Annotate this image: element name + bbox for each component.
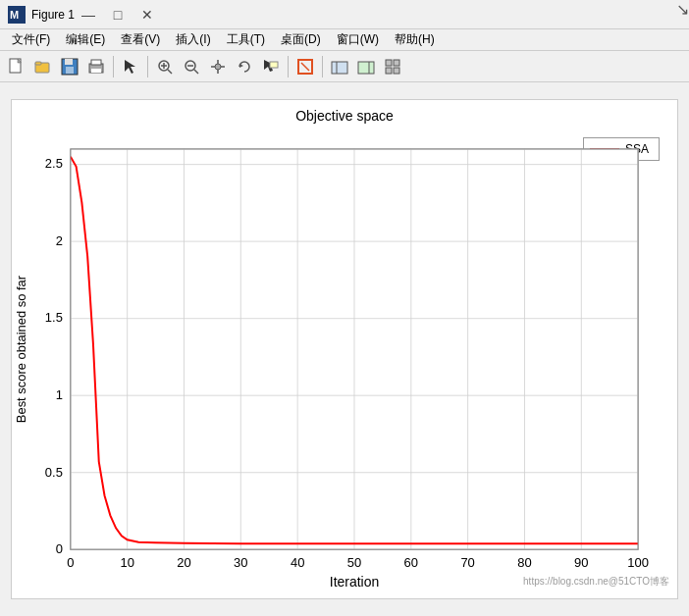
svg-text:40: 40 [291, 555, 304, 570]
sep1 [113, 56, 114, 77]
menu-bar: 文件(F) 编辑(E) 查看(V) 插入(I) 工具(T) 桌面(D) 窗口(W… [0, 29, 689, 51]
menu-file[interactable]: 文件(F) [4, 29, 58, 50]
new-button[interactable] [4, 54, 29, 79]
sep2 [147, 56, 148, 77]
menu-insert[interactable]: 插入(I) [168, 29, 218, 50]
svg-text:100: 100 [627, 555, 649, 570]
svg-text:2: 2 [56, 233, 63, 248]
datacursor-button[interactable] [258, 54, 284, 79]
menu-window[interactable]: 窗口(W) [329, 29, 387, 50]
corner-arrow: ↘ [676, 0, 689, 19]
svg-rect-29 [386, 60, 392, 66]
svg-rect-4 [35, 62, 41, 65]
svg-text:2.5: 2.5 [45, 156, 63, 171]
chart-svg: 2.5 2 1.5 1 0.5 0 0 10 20 30 40 50 60 70… [12, 129, 677, 598]
svg-rect-22 [270, 62, 278, 68]
svg-text:10: 10 [120, 555, 133, 570]
chart-title: Objective space [12, 100, 677, 124]
svg-rect-25 [332, 62, 347, 74]
svg-rect-32 [394, 68, 399, 74]
menu-desktop[interactable]: 桌面(D) [273, 29, 329, 50]
minimize-button[interactable]: — [75, 5, 102, 25]
svg-text:70: 70 [460, 555, 474, 570]
print-button[interactable] [83, 54, 109, 79]
svg-text:60: 60 [404, 555, 418, 570]
svg-rect-27 [358, 62, 374, 74]
svg-text:0: 0 [67, 555, 74, 570]
rotate-button[interactable] [232, 54, 257, 79]
svg-rect-10 [91, 69, 101, 73]
svg-rect-9 [91, 60, 101, 65]
svg-line-24 [301, 63, 309, 71]
menu-edit[interactable]: 编辑(E) [58, 29, 113, 50]
svg-rect-6 [65, 59, 73, 65]
svg-text:1.5: 1.5 [45, 310, 63, 325]
svg-text:M: M [10, 9, 19, 21]
close-button[interactable]: ✕ [133, 5, 161, 25]
menu-view[interactable]: 查看(V) [113, 29, 168, 50]
zoom-in-button[interactable] [152, 54, 178, 79]
sep3 [288, 56, 289, 77]
svg-text:Best score obtained so far: Best score obtained so far [14, 275, 28, 423]
svg-rect-31 [386, 68, 392, 74]
svg-text:1: 1 [56, 387, 63, 402]
propeditor-button[interactable] [327, 54, 352, 79]
pan-button[interactable] [205, 54, 231, 79]
svg-point-19 [215, 64, 221, 70]
svg-line-17 [194, 70, 198, 74]
svg-text:80: 80 [517, 555, 531, 570]
menu-tools[interactable]: 工具(T) [219, 29, 273, 50]
open-button[interactable] [30, 54, 56, 79]
select-button[interactable] [118, 54, 143, 79]
svg-marker-20 [239, 64, 243, 68]
editplot-button[interactable] [292, 54, 318, 79]
svg-line-13 [168, 70, 172, 74]
svg-text:30: 30 [234, 555, 247, 570]
svg-text:20: 20 [177, 555, 190, 570]
matlab-icon: M [8, 6, 26, 24]
menu-help[interactable]: 帮助(H) [387, 29, 443, 50]
svg-text:Iteration: Iteration [330, 574, 379, 590]
maximize-button[interactable]: □ [104, 5, 132, 25]
svg-text:90: 90 [574, 555, 588, 570]
svg-rect-7 [66, 67, 74, 74]
figpalette-button[interactable] [380, 54, 405, 79]
svg-marker-11 [125, 60, 135, 74]
title-bar: M Figure 1 — □ ✕ [0, 0, 689, 29]
svg-text:0.5: 0.5 [45, 465, 63, 480]
svg-rect-30 [394, 60, 399, 66]
svg-text:0: 0 [56, 541, 63, 556]
zoom-out-button[interactable] [179, 54, 204, 79]
plot-area: Objective space SSA https://blog.csdn.ne… [11, 99, 678, 599]
save-button[interactable] [57, 54, 82, 79]
svg-text:50: 50 [347, 555, 361, 570]
plot-container: Objective space SSA https://blog.csdn.ne… [0, 82, 689, 616]
toolbar [0, 51, 689, 82]
window-controls: — □ ✕ [75, 5, 161, 25]
sep4 [322, 56, 323, 77]
window-title: Figure 1 [31, 8, 75, 22]
plotbrowser-button[interactable] [353, 54, 379, 79]
